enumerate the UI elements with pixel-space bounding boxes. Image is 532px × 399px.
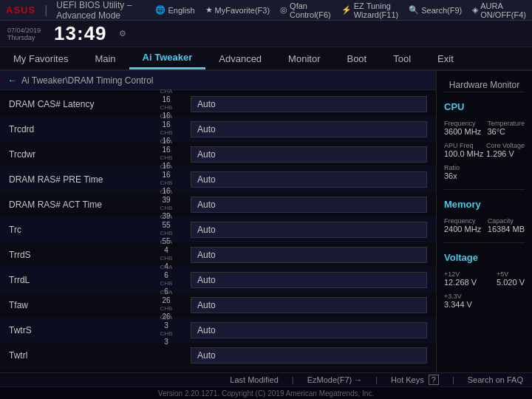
timing-value-dropdown[interactable]: Auto — [191, 322, 427, 338]
row-label: DRAM RAS# ACT Time — [9, 200, 142, 210]
timing-value-dropdown[interactable]: Auto — [191, 347, 427, 364]
timing-value-dropdown[interactable]: Auto — [191, 96, 427, 112]
ez-tuning-btn[interactable]: ⚡ EZ Tuning Wizard(F11) — [341, 1, 399, 19]
ezmode-btn[interactable]: EzMode(F7) → — [307, 375, 363, 384]
aura-btn[interactable]: ◈ AURA ON/OFF(F4) — [472, 1, 526, 19]
timing-value-dropdown[interactable]: Auto — [191, 297, 427, 313]
nav-main[interactable]: Main — [81, 47, 129, 69]
table-row[interactable]: TrrdLCHA6CHB6Auto — [0, 267, 436, 293]
hotkeys-key: ? — [429, 375, 439, 385]
v33-value: 3.344 V — [444, 300, 472, 309]
row-label: Trcdwr — [9, 149, 142, 160]
cpu-ratio-row: Ratio 36x — [444, 164, 525, 180]
table-row[interactable]: DRAM RAS# PRE TimeCHA16CHB16Auto — [0, 167, 436, 192]
cpu-apufreq-row: APU Freq 100.0 MHz Core Voltage 1.296 V — [444, 142, 525, 158]
last-modified-btn[interactable]: Last Modified — [230, 375, 278, 384]
right-panel: Hardware Monitor CPU Frequency 3600 MHz … — [436, 71, 532, 372]
nav-monitor[interactable]: Monitor — [275, 47, 333, 69]
nav-advanced[interactable]: Advanced — [205, 47, 275, 69]
footer-copyright: Version 2.20.1271. Copyright (C) 2019 Am… — [0, 387, 532, 399]
table-row[interactable]: TrrdSCHA4CHB4Auto — [0, 242, 436, 267]
mem-freq-value: 2400 MHz — [444, 225, 481, 233]
clock-settings-icon[interactable]: ⚙ — [119, 29, 126, 38]
apu-freq-label: APU Freq — [444, 142, 483, 149]
core-volt-value: 1.296 V — [486, 149, 525, 158]
table-row[interactable]: TwtrSCHA3CHB3Auto — [0, 318, 436, 343]
timing-value-dropdown[interactable]: Auto — [191, 247, 427, 263]
cpu-freq-label: Frequency — [444, 120, 481, 127]
v12-label: +12V — [444, 270, 477, 278]
row-label: DRAM RAS# PRE Time — [9, 174, 142, 185]
footer: Last Modified | EzMode(F7) → | Hot Keys … — [0, 372, 532, 399]
cha-chb-values: CHA3CHB3 — [148, 314, 185, 346]
search-btn[interactable]: 🔍 Search(F9) — [409, 5, 462, 15]
timing-value-dropdown[interactable]: Auto — [191, 171, 427, 188]
row-label: Trcdrd — [9, 124, 142, 134]
mem-cap-label: Capacity — [488, 217, 525, 225]
row-label: TwtrS — [9, 325, 142, 335]
top-bar-tools: 🌐 English ★ MyFavorite(F3) ◎ Qfan Contro… — [155, 1, 526, 19]
timing-table: DRAM CAS# LatencyCHA16CHB16AutoTrcdrdCHA… — [0, 90, 436, 369]
table-row[interactable]: TwtrlAuto — [0, 343, 436, 368]
table-row[interactable]: TfawCHA26CHB26Auto — [0, 293, 436, 318]
back-arrow-icon[interactable]: ← — [7, 75, 17, 86]
asus-logo: ASUS — [6, 4, 35, 16]
mem-freq-row: Frequency 2400 MHz Capacity 16384 MB — [444, 217, 525, 233]
search-faq-btn[interactable]: Search on FAQ — [468, 375, 523, 384]
ratio-value: 36x — [444, 171, 460, 180]
v33-label: +3.3V — [444, 293, 472, 300]
cpu-freq-value: 3600 MHz — [444, 127, 481, 136]
v5-label: +5V — [497, 270, 525, 278]
clock-display: 13:49 — [54, 22, 107, 45]
nav-ai-tweaker[interactable]: Ai Tweaker — [129, 47, 206, 69]
left-panel: ← Ai Tweaker\DRAM Timing Control DRAM CA… — [0, 71, 436, 372]
qfan-btn[interactable]: ◎ Qfan Control(F6) — [280, 1, 331, 19]
table-row[interactable]: DRAM CAS# LatencyCHA16CHB16Auto — [0, 92, 436, 117]
voltage-33-row: +3.3V 3.344 V — [444, 293, 525, 309]
row-label: Trc — [9, 225, 142, 235]
language-selector[interactable]: 🌐 English — [155, 5, 194, 15]
nav-my-favorites[interactable]: My Favorites — [0, 47, 81, 69]
hotkeys-btn[interactable]: Hot Keys ? — [391, 375, 439, 384]
clock-bar: 07/04/2019 Thursday 13:49 ⚙ — [0, 21, 532, 47]
apu-freq-value: 100.0 MHz — [444, 149, 483, 158]
footer-top: Last Modified | EzMode(F7) → | Hot Keys … — [0, 373, 532, 387]
row-label: TrrdL — [9, 275, 142, 285]
cpu-freq-row: Frequency 3600 MHz Temperature 36°C — [444, 120, 525, 136]
nav-exit[interactable]: Exit — [424, 47, 467, 69]
main-content: ← Ai Tweaker\DRAM Timing Control DRAM CA… — [0, 71, 532, 372]
myfavorite-btn[interactable]: ★ MyFavorite(F3) — [205, 5, 270, 15]
cpu-temp-label: Temperature — [487, 120, 525, 127]
timing-value-dropdown[interactable]: Auto — [191, 197, 427, 213]
top-bar: ASUS | UEFI BIOS Utility – Advanced Mode… — [0, 0, 532, 21]
footer-sep2: | — [375, 375, 378, 384]
row-label: Tfaw — [9, 300, 142, 310]
voltage-section-title: Voltage — [444, 252, 525, 263]
app-title: UEFI BIOS Utility – Advanced Mode — [56, 0, 146, 21]
row-label: TrrdS — [9, 250, 142, 260]
mem-freq-label: Frequency — [444, 217, 481, 225]
table-row[interactable]: DRAM RAS# ACT TimeCHA39CHB39Auto — [0, 192, 436, 217]
timing-value-dropdown[interactable]: Auto — [191, 146, 427, 163]
mem-cap-value: 16384 MB — [488, 225, 525, 233]
timing-value-dropdown[interactable]: Auto — [191, 121, 427, 137]
row-label: Twtrl — [9, 350, 142, 361]
footer-sep3: | — [452, 375, 454, 384]
timing-value-dropdown[interactable]: Auto — [191, 222, 427, 238]
v5-value: 5.020 V — [497, 278, 525, 287]
info-area: i — [0, 369, 436, 372]
nav-boot[interactable]: Boot — [333, 47, 380, 69]
timing-value-dropdown[interactable]: Auto — [191, 272, 427, 288]
footer-sep1: | — [292, 375, 294, 384]
core-volt-label: Core Voltage — [486, 142, 525, 149]
nav-tool[interactable]: Tool — [380, 47, 424, 69]
cpu-temp-value: 36°C — [487, 127, 525, 136]
table-row[interactable]: TrcCHA55CHB55Auto — [0, 217, 436, 242]
ratio-label: Ratio — [444, 164, 460, 171]
table-row[interactable]: TrcdrdCHA16CHB16Auto — [0, 117, 436, 142]
nav-bar: My Favorites Main Ai Tweaker Advanced Mo… — [0, 47, 532, 71]
cpu-section-title: CPU — [444, 101, 525, 112]
table-row[interactable]: TrcdwrCHA16CHB16Auto — [0, 142, 436, 167]
date-display: 07/04/2019 Thursday — [7, 27, 41, 41]
row-label: DRAM CAS# Latency — [9, 99, 142, 109]
